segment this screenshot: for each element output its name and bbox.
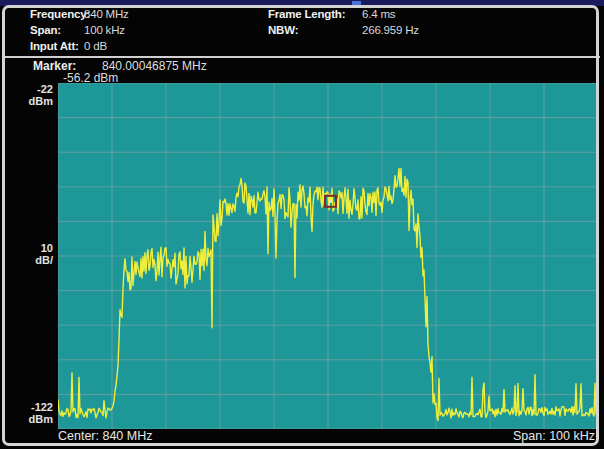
frequency-label: Frequency: xyxy=(30,8,90,20)
frame-length-value: 6.4 ms xyxy=(362,8,395,20)
spectrum-plot xyxy=(58,83,598,429)
top-strip-tick xyxy=(352,1,361,5)
center-frequency-footer: Center: 840 MHz xyxy=(58,429,152,443)
input-att-label: Input Att: xyxy=(30,40,79,52)
y-axis-bottom-label: -122 dBm xyxy=(0,402,53,425)
span-footer: Span: 100 kHz xyxy=(513,429,595,443)
frame-length-label: Frame Length: xyxy=(268,8,345,20)
header-separator xyxy=(4,56,600,58)
spectrum-analyzer-screen: Frequency: 840 MHz Span: 100 kHz Input A… xyxy=(0,0,604,449)
y-axis-ref-label: -22 dBm xyxy=(0,84,53,107)
top-title-strip xyxy=(0,0,604,6)
input-att-value: 0 dB xyxy=(84,40,107,52)
nbw-label: NBW: xyxy=(268,24,298,36)
y-axis-scale-label: 10 dB/ xyxy=(0,243,53,266)
nbw-value: 266.959 Hz xyxy=(362,24,419,36)
frequency-value: 840 MHz xyxy=(84,8,129,20)
span-value: 100 kHz xyxy=(84,24,125,36)
span-label: Span: xyxy=(30,24,61,36)
